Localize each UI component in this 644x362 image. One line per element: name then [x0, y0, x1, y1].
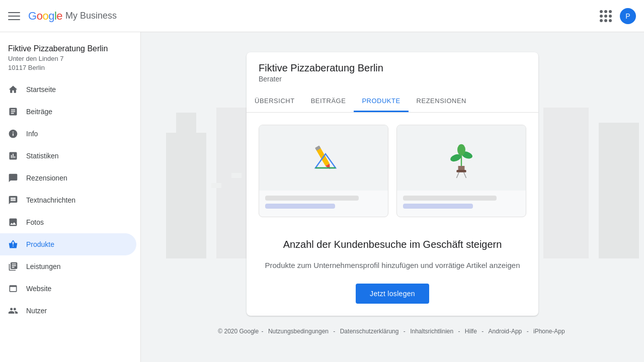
footer-copyright: © 2020 Google	[218, 328, 259, 335]
sidebar-label-nutzer: Nutzer	[26, 307, 47, 315]
tab-beitraege[interactable]: BEITRÄGE	[303, 91, 354, 112]
service-name: My Business	[65, 11, 117, 21]
sidebar-label-statistiken: Statistiken	[26, 152, 59, 160]
cta-button[interactable]: Jetzt loslegen	[356, 284, 429, 304]
product-card-image-2	[397, 125, 526, 191]
sidebar-label-produkte: Produkte	[26, 240, 54, 248]
info-icon	[8, 129, 18, 139]
address-line1: Unter den Linden 7	[8, 55, 64, 62]
logo: Google My Business	[28, 10, 117, 23]
photos-icon	[8, 217, 18, 227]
product-line-price-1	[265, 204, 335, 209]
website-icon	[8, 284, 18, 294]
svg-rect-24	[456, 170, 466, 172]
address-line2: 10117 Berlin	[8, 64, 45, 71]
messages-icon	[8, 195, 18, 205]
google-logo-text: Google	[28, 10, 62, 23]
users-icon	[8, 306, 18, 316]
sidebar-item-startseite[interactable]: Startseite	[0, 78, 136, 101]
main-content: Fiktive Pizzaberatung Berlin Berater ÜBE…	[141, 32, 644, 362]
header-left: Google My Business	[8, 10, 117, 23]
tab-produkte[interactable]: PRODUKTE	[354, 91, 408, 112]
sidebar-label-textnachrichten: Textnachrichten	[26, 196, 75, 204]
product-card-1	[259, 125, 388, 217]
promo-section: Anzahl der Kundenbesuche im Geschäft ste…	[247, 229, 538, 316]
sidebar-item-leistungen[interactable]: Leistungen	[0, 255, 136, 278]
product-card-info-2	[397, 191, 526, 217]
product-card-info-1	[259, 191, 388, 217]
promo-title: Anzahl der Kundenbesuche im Geschäft ste…	[259, 237, 526, 251]
product-line-title-2	[403, 196, 497, 201]
svg-line-29	[456, 172, 459, 178]
footer-link-inhaltsrichtlinien[interactable]: Inhaltsrichtlinien	[410, 328, 453, 335]
product-line-price-2	[403, 204, 473, 209]
sidebar-item-statistiken[interactable]: Statistiken	[0, 145, 136, 167]
sidebar-item-rezensionen[interactable]: Rezensionen	[0, 167, 136, 189]
content-wrapper: Fiktive Pizzaberatung Berlin Berater ÜBE…	[141, 32, 644, 351]
hamburger-menu[interactable]	[8, 10, 20, 22]
sidebar-item-website[interactable]: Website	[0, 278, 136, 300]
apps-icon[interactable]	[600, 10, 612, 22]
card-tabs: ÜBERSICHT BEITRÄGE PRODUKTE REZENSIONEN	[247, 91, 538, 113]
product-line-title-1	[265, 196, 359, 201]
main-card: Fiktive Pizzaberatung Berlin Berater ÜBE…	[247, 52, 538, 316]
footer-link-datenschutz[interactable]: Datenschutzerklärung	[340, 328, 399, 335]
posts-icon	[8, 107, 18, 117]
sidebar: Fiktive Pizzaberatung Berlin Unter den L…	[0, 32, 141, 362]
sidebar-label-startseite: Startseite	[26, 85, 56, 94]
products-preview	[247, 113, 538, 229]
sidebar-item-textnachrichten[interactable]: Textnachrichten	[0, 189, 136, 211]
business-info: Fiktive Pizzaberatung Berlin Unter den L…	[0, 36, 140, 78]
reviews-icon	[8, 173, 18, 183]
tab-rezensionen[interactable]: REZENSIONEN	[409, 91, 474, 112]
card-header: Fiktive Pizzaberatung Berlin Berater	[247, 52, 538, 83]
svg-line-30	[464, 172, 466, 178]
card-business-type: Berater	[259, 75, 526, 83]
footer: © 2020 Google - Nutzungsbedingungen - Da…	[218, 316, 567, 341]
stats-icon	[8, 151, 18, 161]
footer-link-android[interactable]: Android-App	[489, 328, 522, 335]
promo-description: Produkte zum Unternehmensprofil hinzufüg…	[259, 259, 526, 272]
sidebar-label-info: Info	[26, 130, 38, 138]
sidebar-label-fotos: Fotos	[26, 218, 44, 226]
sidebar-label-beitraege: Beiträge	[26, 108, 52, 116]
sidebar-item-info[interactable]: Info	[0, 123, 136, 145]
services-icon	[8, 261, 18, 272]
sidebar-address: Unter den Linden 7 10117 Berlin	[8, 54, 132, 72]
sidebar-item-beitraege[interactable]: Beiträge	[0, 101, 136, 123]
products-icon	[8, 239, 18, 249]
sidebar-business-name: Fiktive Pizzaberatung Berlin	[8, 44, 132, 53]
product-card-image-1	[259, 125, 388, 191]
tab-uebersicht[interactable]: ÜBERSICHT	[247, 91, 303, 112]
product-card-2	[396, 125, 526, 217]
sidebar-label-rezensionen: Rezensionen	[26, 174, 67, 182]
sidebar-item-fotos[interactable]: Fotos	[0, 211, 136, 233]
header: Google My Business P	[0, 0, 644, 32]
svg-point-28	[457, 144, 465, 155]
sidebar-item-produkte[interactable]: Produkte	[0, 233, 136, 255]
header-right: P	[600, 8, 636, 24]
layout: Fiktive Pizzaberatung Berlin Unter den L…	[0, 32, 644, 362]
footer-link-hilfe[interactable]: Hilfe	[465, 328, 477, 335]
card-business-name: Fiktive Pizzaberatung Berlin	[259, 62, 526, 74]
home-icon	[8, 84, 18, 95]
avatar[interactable]: P	[620, 8, 636, 24]
sidebar-item-nutzer[interactable]: Nutzer	[0, 300, 136, 322]
footer-link-iphone[interactable]: iPhone-App	[533, 328, 565, 335]
sidebar-label-website: Website	[26, 285, 51, 293]
footer-link-nutzungsbedingungen[interactable]: Nutzungsbedingungen	[268, 328, 329, 335]
sidebar-label-leistungen: Leistungen	[26, 262, 61, 270]
